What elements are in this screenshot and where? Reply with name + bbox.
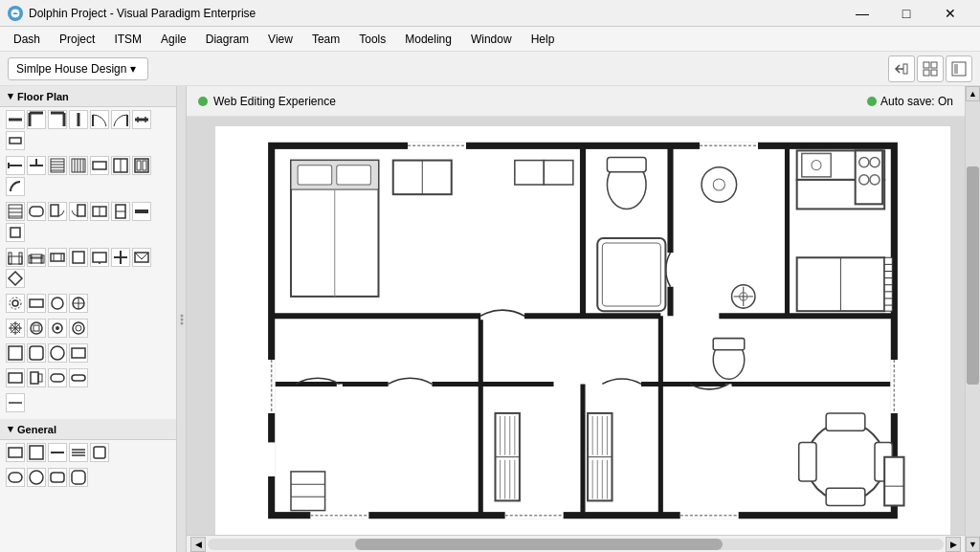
scroll-up-button[interactable]: ▲ <box>966 86 980 101</box>
sym-gen6[interactable] <box>6 468 25 487</box>
menu-modeling[interactable]: Modeling <box>395 30 461 49</box>
sym-bathtub[interactable] <box>27 202 46 221</box>
svg-rect-192 <box>291 472 325 511</box>
svg-rect-92 <box>9 373 22 383</box>
menu-window[interactable]: Window <box>461 30 522 49</box>
close-button[interactable]: ✕ <box>928 0 972 27</box>
sym-diamond[interactable] <box>6 269 25 288</box>
sym-curve[interactable] <box>6 177 25 196</box>
sym-gen9[interactable] <box>69 468 88 487</box>
menu-view[interactable]: View <box>258 30 302 49</box>
maximize-button[interactable]: □ <box>884 0 928 27</box>
v-scroll-track[interactable] <box>966 101 980 537</box>
breadcrumb-button[interactable]: Simlpe House Design ▾ <box>8 57 148 80</box>
sym-door4[interactable] <box>69 202 88 221</box>
sym-r1[interactable] <box>6 343 25 363</box>
sym-stair2[interactable] <box>69 156 88 175</box>
sym-sofa[interactable] <box>6 248 25 267</box>
sym-envelope[interactable] <box>132 248 151 267</box>
sym-stairs3[interactable] <box>6 202 25 221</box>
sym-wall-t[interactable] <box>27 156 46 175</box>
sym-line1[interactable] <box>6 393 25 412</box>
sym-gen3[interactable] <box>48 443 67 462</box>
sym-r3[interactable] <box>48 343 67 363</box>
sym-wall-h[interactable] <box>6 110 25 129</box>
sym-wall2[interactable] <box>132 202 151 221</box>
sym-r5[interactable] <box>6 368 25 387</box>
sym-gen7[interactable] <box>27 468 46 487</box>
toolbar-grid-button[interactable] <box>917 55 944 82</box>
sym-cabinet3[interactable] <box>132 156 151 175</box>
minimize-button[interactable]: — <box>840 0 884 27</box>
sym-circ1[interactable] <box>48 294 67 313</box>
sym-door2[interactable] <box>111 110 130 129</box>
sym-gen4[interactable] <box>69 443 88 462</box>
menu-tools[interactable]: Tools <box>349 30 395 49</box>
sym-rect1[interactable] <box>27 294 46 313</box>
sym-stair1[interactable] <box>48 156 67 175</box>
sym-wall-v[interactable] <box>69 110 88 129</box>
sym-window4[interactable] <box>111 202 130 221</box>
sym-cabinet1[interactable] <box>90 156 109 175</box>
svg-rect-138 <box>607 158 646 172</box>
sym-clock[interactable] <box>27 319 46 338</box>
general-arrow: ▾ <box>8 423 13 435</box>
sym-box1[interactable] <box>6 223 25 242</box>
menu-team[interactable]: Team <box>302 30 349 49</box>
menu-diagram[interactable]: Diagram <box>196 30 258 49</box>
general-section-header[interactable]: ▾ General <box>0 419 176 440</box>
sym-r2[interactable] <box>27 343 46 363</box>
h-scroll-track[interactable] <box>208 539 944 550</box>
sym-r7[interactable] <box>48 368 67 387</box>
sym-gen5[interactable] <box>90 443 109 462</box>
svg-rect-141 <box>597 238 665 311</box>
scroll-right-button[interactable]: ▶ <box>946 537 961 552</box>
sym-cross[interactable] <box>111 248 130 267</box>
sym-r8[interactable] <box>69 368 88 387</box>
sym-wall-corner1[interactable] <box>27 110 46 129</box>
scroll-down-button[interactable]: ▼ <box>966 537 980 552</box>
sym-circ2[interactable] <box>69 294 88 313</box>
menu-dash[interactable]: Dash <box>4 30 50 49</box>
sym-tv[interactable] <box>90 248 109 267</box>
sym-gear[interactable] <box>6 294 25 313</box>
sym-star[interactable] <box>6 319 25 338</box>
sym-r6[interactable] <box>27 368 46 387</box>
sym-cabinet2[interactable] <box>111 156 130 175</box>
sym-wall-corner2[interactable] <box>48 110 67 129</box>
menu-project[interactable]: Project <box>50 30 104 49</box>
canvas-content[interactable] <box>187 117 965 535</box>
floor-plan-section-header[interactable]: ▾ Floor Plan <box>0 86 176 107</box>
sym-circ3[interactable] <box>48 319 67 338</box>
h-scroll-thumb[interactable] <box>355 539 724 550</box>
sym-gen8[interactable] <box>48 468 67 487</box>
sym-window2[interactable] <box>6 131 25 150</box>
sym-window3[interactable] <box>90 202 109 221</box>
menu-itsm[interactable]: ITSM <box>104 30 151 49</box>
sym-circ4[interactable] <box>69 319 88 338</box>
sym-r4[interactable] <box>69 343 88 363</box>
sym-door3[interactable] <box>48 202 67 221</box>
canvas-tab[interactable]: Web Editing Experience <box>198 95 336 108</box>
sym-gen1[interactable] <box>6 443 25 462</box>
symbol-row-3 <box>0 199 176 245</box>
sym-table[interactable] <box>48 248 67 267</box>
canvas-area: Web Editing Experience Auto save: On <box>187 86 965 552</box>
scroll-left-button[interactable]: ◀ <box>190 537 206 552</box>
toolbar-back-button[interactable] <box>888 55 915 82</box>
v-scroll-thumb[interactable] <box>967 166 979 385</box>
sym-wall-l[interactable] <box>6 156 25 175</box>
floor-plan-diagram[interactable] <box>215 126 950 535</box>
menu-help[interactable]: Help <box>522 30 565 49</box>
panel-divider[interactable] <box>177 86 187 552</box>
sym-couch[interactable] <box>27 248 46 267</box>
svg-rect-98 <box>9 448 22 457</box>
toolbar-view-button[interactable] <box>946 55 972 82</box>
symbol-row-gen2 <box>0 465 176 490</box>
sym-door1[interactable] <box>90 110 109 129</box>
sym-window1[interactable] <box>132 110 151 129</box>
breadcrumb-label: Simlpe House Design <box>16 62 126 76</box>
sym-gen2[interactable] <box>27 443 46 462</box>
sym-table2[interactable] <box>69 248 88 267</box>
menu-agile[interactable]: Agile <box>151 30 196 49</box>
